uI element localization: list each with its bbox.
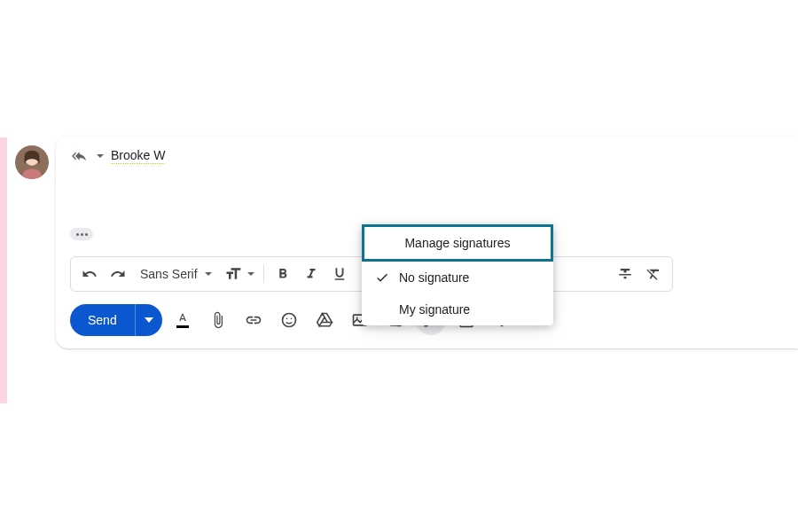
signature-option-label: No signature <box>399 270 469 285</box>
left-accent-bar <box>0 137 7 403</box>
svg-point-3 <box>286 318 287 320</box>
manage-signatures-item[interactable]: Manage signatures <box>362 224 553 262</box>
attach-file-button[interactable] <box>203 305 233 335</box>
insert-link-button[interactable] <box>239 305 269 335</box>
strikethrough-button[interactable] <box>612 261 638 287</box>
chevron-down-icon <box>205 272 212 276</box>
signature-option-no-signature[interactable]: No signature <box>362 262 553 293</box>
redo-button[interactable] <box>105 261 131 287</box>
svg-point-2 <box>282 314 295 327</box>
avatar <box>15 145 49 179</box>
bold-button[interactable] <box>270 261 296 287</box>
signature-option-label: My signature <box>399 302 470 317</box>
svg-point-4 <box>290 318 292 320</box>
recipient-row: Brooke W <box>70 148 784 169</box>
recipient-name[interactable]: Brooke W <box>111 148 165 164</box>
send-options-dropdown[interactable] <box>135 304 162 336</box>
font-family-label: Sans Serif <box>140 267 198 281</box>
divider <box>263 265 264 283</box>
insert-emoji-button[interactable] <box>274 305 304 335</box>
color-underline <box>176 325 189 328</box>
undo-button[interactable] <box>76 261 103 287</box>
font-size-dropdown[interactable] <box>221 265 258 283</box>
chevron-down-icon <box>247 272 254 276</box>
send-button-group: Send <box>70 304 162 336</box>
signature-option-my-signature[interactable]: My signature <box>362 293 553 325</box>
font-family-dropdown[interactable]: Sans Serif <box>133 267 219 281</box>
formatting-options-button[interactable] <box>168 305 198 335</box>
trimmed-content-toggle[interactable] <box>70 228 93 240</box>
underline-button[interactable] <box>326 261 353 287</box>
reply-type-dropdown-icon[interactable] <box>97 154 104 158</box>
svg-point-6 <box>356 317 357 319</box>
check-icon <box>374 270 390 285</box>
insert-drive-button[interactable] <box>309 305 340 335</box>
remove-formatting-button[interactable] <box>640 261 667 287</box>
signature-menu: Manage signatures No signature My signat… <box>362 224 553 325</box>
italic-button[interactable] <box>298 261 325 287</box>
send-button[interactable]: Send <box>70 304 135 336</box>
reply-all-icon[interactable] <box>70 149 88 163</box>
